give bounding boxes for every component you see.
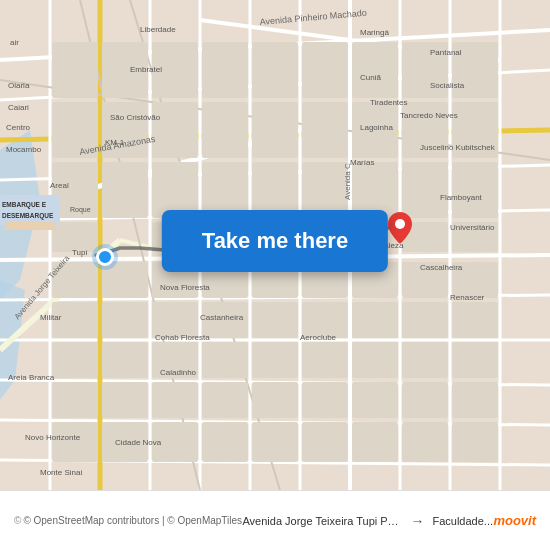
svg-text:Renascer: Renascer xyxy=(450,293,485,302)
svg-text:air: air xyxy=(10,38,19,47)
svg-text:Areia Branca: Areia Branca xyxy=(8,373,55,382)
svg-rect-44 xyxy=(252,102,298,158)
svg-rect-106 xyxy=(302,422,348,462)
svg-rect-95 xyxy=(202,382,248,418)
svg-rect-154 xyxy=(5,222,55,230)
svg-text:Socialista: Socialista xyxy=(430,81,465,90)
svg-rect-45 xyxy=(302,102,348,158)
svg-rect-81 xyxy=(402,302,448,338)
svg-rect-31 xyxy=(52,42,98,98)
svg-text:DESEMBARQUE: DESEMBARQUE xyxy=(2,212,54,220)
svg-text:Nova Floresta: Nova Floresta xyxy=(160,283,210,292)
svg-rect-108 xyxy=(402,422,448,462)
svg-text:Monte Sinai: Monte Sinai xyxy=(40,468,82,477)
svg-rect-94 xyxy=(152,382,198,418)
svg-rect-42 xyxy=(152,102,198,158)
svg-rect-87 xyxy=(252,342,298,378)
svg-text:Cohab Floresta: Cohab Floresta xyxy=(155,333,210,342)
svg-rect-89 xyxy=(352,342,398,378)
svg-text:Marías: Marías xyxy=(350,158,374,167)
svg-text:Pantanal: Pantanal xyxy=(430,48,462,57)
svg-text:Liberdade: Liberdade xyxy=(140,25,176,34)
svg-text:Militar: Militar xyxy=(40,313,62,322)
svg-rect-99 xyxy=(402,382,448,418)
svg-text:Cidade Nova: Cidade Nova xyxy=(115,438,162,447)
svg-text:Cuniã: Cuniã xyxy=(360,73,381,82)
svg-text:Novo Horizonte: Novo Horizonte xyxy=(25,433,81,442)
svg-text:Caladinho: Caladinho xyxy=(160,368,197,377)
bottom-bar: © © OpenStreetMap contributors | © OpenM… xyxy=(0,490,550,550)
svg-text:KM-1: KM-1 xyxy=(105,138,125,147)
svg-text:Caiari: Caiari xyxy=(8,103,29,112)
attribution-text: © OpenStreetMap contributors | © OpenMap… xyxy=(23,515,242,526)
app: Avenida Pinheiro Machado Avenida Amazona… xyxy=(0,0,550,550)
svg-rect-98 xyxy=(352,382,398,418)
svg-rect-56 xyxy=(402,162,448,218)
moovit-logo-text: moovit xyxy=(493,513,536,528)
svg-rect-50 xyxy=(102,162,148,218)
svg-rect-93 xyxy=(102,382,148,418)
svg-rect-97 xyxy=(302,382,348,418)
svg-text:Avenida C: Avenida C xyxy=(343,163,352,200)
svg-rect-82 xyxy=(452,302,498,338)
origin-location-dot xyxy=(96,248,114,266)
svg-text:Tiradentes: Tiradentes xyxy=(370,98,408,107)
svg-text:Areal: Areal xyxy=(50,181,69,190)
svg-text:Centro: Centro xyxy=(6,123,31,132)
svg-text:Maringá: Maringá xyxy=(360,28,389,37)
svg-text:Mocambo: Mocambo xyxy=(6,145,42,154)
svg-rect-151 xyxy=(0,195,60,225)
destination-pin xyxy=(388,212,412,242)
svg-rect-37 xyxy=(352,42,398,98)
svg-rect-107 xyxy=(352,422,398,462)
svg-text:Castanheira: Castanheira xyxy=(200,313,244,322)
svg-text:Flamboyant: Flamboyant xyxy=(440,193,483,202)
moovit-logo: moovit xyxy=(493,513,536,528)
copyright-icon: © xyxy=(14,515,21,526)
svg-rect-92 xyxy=(52,382,98,418)
svg-text:Aeroclube: Aeroclube xyxy=(300,333,337,342)
svg-rect-86 xyxy=(202,342,248,378)
svg-rect-80 xyxy=(352,302,398,338)
svg-text:Roque: Roque xyxy=(70,206,91,214)
svg-rect-84 xyxy=(102,342,148,378)
map-container: Avenida Pinheiro Machado Avenida Amazona… xyxy=(0,0,550,490)
take-me-there-button[interactable]: Take me there xyxy=(162,210,388,272)
svg-rect-91 xyxy=(452,342,498,378)
svg-text:Juscelino Kubitschek: Juscelino Kubitschek xyxy=(420,143,496,152)
svg-text:Tupi: Tupi xyxy=(72,248,87,257)
svg-rect-88 xyxy=(302,342,348,378)
svg-rect-75 xyxy=(102,302,148,338)
svg-point-155 xyxy=(395,219,405,229)
svg-rect-57 xyxy=(452,162,498,218)
route-info: Avenida Jorge Teixeira Tupi Porto Vel...… xyxy=(242,513,493,529)
svg-rect-109 xyxy=(452,422,498,462)
from-location-label: Avenida Jorge Teixeira Tupi Porto Vel... xyxy=(242,515,402,527)
svg-rect-35 xyxy=(252,42,298,98)
svg-text:Lagoinha: Lagoinha xyxy=(360,123,393,132)
svg-text:Universitário: Universitário xyxy=(450,223,495,232)
svg-rect-105 xyxy=(252,422,298,462)
svg-text:Cascalheira: Cascalheira xyxy=(420,263,463,272)
svg-text:Olarla: Olarla xyxy=(8,81,30,90)
svg-rect-104 xyxy=(202,422,248,462)
svg-rect-43 xyxy=(202,102,248,158)
svg-rect-83 xyxy=(52,342,98,378)
svg-rect-101 xyxy=(52,422,98,462)
svg-text:Embratel: Embratel xyxy=(130,65,162,74)
svg-rect-34 xyxy=(202,42,248,98)
svg-text:EMBARQUE E: EMBARQUE E xyxy=(2,201,47,209)
arrow-icon: → xyxy=(410,513,424,529)
to-location-label: Faculdade... xyxy=(432,515,493,527)
svg-rect-36 xyxy=(302,42,348,98)
svg-rect-78 xyxy=(252,302,298,338)
svg-rect-100 xyxy=(452,382,498,418)
button-container: Take me there xyxy=(162,210,388,272)
svg-text:São Cristóvão: São Cristóvão xyxy=(110,113,161,122)
svg-rect-90 xyxy=(402,342,448,378)
svg-rect-66 xyxy=(102,262,148,298)
svg-rect-96 xyxy=(252,382,298,418)
attribution: © © OpenStreetMap contributors | © OpenM… xyxy=(14,515,242,526)
svg-text:Tancredo Neves: Tancredo Neves xyxy=(400,111,458,120)
